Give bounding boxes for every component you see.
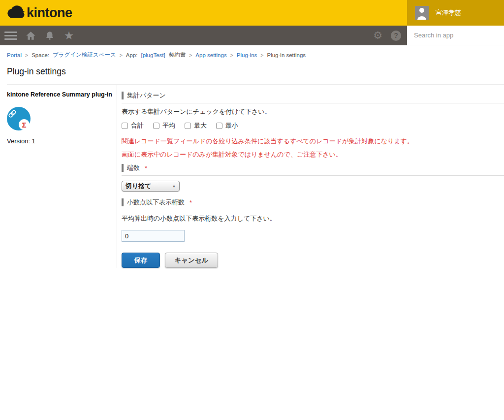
breadcrumb-separator: > bbox=[260, 52, 263, 58]
plugin-version: Version: 1 bbox=[7, 137, 117, 145]
user-name: 宮澤孝慈 bbox=[436, 8, 461, 17]
favorite-star-icon[interactable]: ★ bbox=[63, 30, 75, 41]
breadcrumb-plugins-link[interactable]: Plug-ins bbox=[237, 52, 257, 58]
cloud-logo-icon bbox=[7, 5, 25, 20]
pattern-checkbox-row: 合計 平均 最大 最小 bbox=[122, 121, 504, 130]
rounding-select-value: 切り捨て bbox=[126, 182, 152, 191]
breadcrumb-app-link[interactable]: [plugTest] bbox=[141, 52, 165, 58]
breadcrumb-separator: > bbox=[189, 52, 192, 58]
checkbox-total[interactable]: 合計 bbox=[122, 121, 144, 130]
nav-right-tools: ⚙ ? bbox=[373, 26, 401, 45]
checkbox-max-label: 最大 bbox=[194, 121, 207, 130]
decimal-digits-input[interactable] bbox=[122, 230, 185, 242]
plugin-info-sidebar: kintone Reference Summary plug-in Σ Vers… bbox=[7, 85, 117, 268]
breadcrumb-app-settings-link[interactable]: App settings bbox=[195, 52, 226, 58]
checkbox-min-box[interactable] bbox=[216, 123, 222, 129]
sigma-badge: Σ bbox=[19, 119, 30, 130]
kintone-logo[interactable]: kintone bbox=[7, 0, 72, 26]
breadcrumb-portal-link[interactable]: Portal bbox=[7, 52, 22, 58]
user-avatar-icon bbox=[415, 6, 429, 20]
breadcrumb-app-prefix: App: bbox=[126, 52, 138, 58]
section-bar bbox=[122, 92, 124, 99]
pattern-section-title: 集計パターン bbox=[127, 91, 166, 100]
plugin-circle: Σ bbox=[7, 107, 31, 130]
checkbox-min[interactable]: 最小 bbox=[216, 121, 238, 130]
checkbox-min-label: 最小 bbox=[225, 121, 238, 130]
plugin-settings-form: 集計パターン 表示する集計パターンにチェックを付けて下さい。 合計 平均 最大 … bbox=[117, 85, 504, 268]
breadcrumb-separator: > bbox=[25, 52, 28, 58]
checkbox-max[interactable]: 最大 bbox=[185, 121, 207, 130]
warning-text-2: 画面に表示中のレコードのみが集計対象ではりませんので、ご注意下さい。 bbox=[122, 150, 504, 159]
content-area: kintone Reference Summary plug-in Σ Vers… bbox=[7, 85, 504, 268]
section-bar bbox=[122, 198, 124, 206]
rounding-section-header: 端数 * bbox=[122, 163, 504, 172]
chevron-down-icon: ▼ bbox=[172, 185, 176, 188]
breadcrumb-separator: > bbox=[120, 52, 123, 58]
checkbox-max-box[interactable] bbox=[185, 123, 191, 129]
sigma-icon: Σ bbox=[22, 121, 26, 129]
plugin-icon: Σ bbox=[7, 107, 31, 130]
user-menu[interactable]: 宮澤孝慈 bbox=[407, 0, 504, 26]
breadcrumb-current: Plug-in settings bbox=[267, 52, 306, 58]
form-actions: 保存 キャンセル bbox=[122, 253, 504, 268]
pattern-section-header: 集計パターン bbox=[122, 91, 504, 100]
logo-text: kintone bbox=[27, 5, 72, 21]
app-search bbox=[407, 26, 504, 45]
chain-link-icon bbox=[6, 108, 19, 120]
decimal-section-header: 小数点以下表示桁数 * bbox=[122, 198, 504, 207]
rounding-section-title: 端数 bbox=[127, 163, 140, 172]
section-rule bbox=[122, 210, 504, 210]
section-rule bbox=[122, 175, 504, 176]
required-mark: * bbox=[145, 164, 147, 172]
decimal-description: 平均算出時の小数点以下表示桁数を入力して下さい。 bbox=[122, 214, 504, 223]
settings-gear-icon[interactable]: ⚙ bbox=[373, 30, 382, 41]
required-mark: * bbox=[189, 199, 192, 206]
help-icon[interactable]: ? bbox=[391, 31, 401, 41]
rounding-select[interactable]: 切り捨て ▼ bbox=[122, 181, 180, 192]
save-button[interactable]: 保存 bbox=[122, 253, 160, 268]
notification-bell-icon[interactable] bbox=[44, 30, 56, 41]
breadcrumb-space-link[interactable]: プラグイン検証スペース bbox=[53, 51, 116, 59]
checkbox-average-box[interactable] bbox=[153, 123, 159, 129]
app-header: kintone 宮澤孝慈 bbox=[0, 0, 504, 26]
pattern-description: 表示する集計パターンにチェックを付けて下さい。 bbox=[122, 107, 504, 116]
search-input[interactable] bbox=[414, 32, 498, 39]
section-rule bbox=[122, 103, 504, 103]
checkbox-average[interactable]: 平均 bbox=[153, 121, 175, 130]
page-title: Plug-in settings bbox=[7, 66, 504, 77]
breadcrumb-app-name: 契約書 bbox=[169, 51, 186, 59]
breadcrumb-space-prefix: Space: bbox=[32, 52, 49, 58]
checkbox-average-label: 平均 bbox=[162, 121, 175, 130]
plugin-name: kintone Reference Summary plug-in bbox=[7, 91, 117, 98]
home-icon[interactable] bbox=[25, 30, 36, 41]
hamburger-menu-icon[interactable] bbox=[4, 32, 17, 40]
global-nav: ★ ⚙ ? bbox=[0, 26, 407, 45]
checkbox-total-box[interactable] bbox=[122, 123, 128, 129]
checkbox-total-label: 合計 bbox=[131, 121, 144, 130]
breadcrumb: Portal > Space: プラグイン検証スペース > App: [plug… bbox=[7, 51, 504, 59]
section-bar bbox=[122, 164, 124, 172]
cancel-button[interactable]: キャンセル bbox=[165, 253, 218, 268]
warning-text-1: 関連レコード一覧フィールドの各絞り込み条件に該当するすべてのレコードが集計対象に… bbox=[122, 137, 504, 146]
decimal-section-title: 小数点以下表示桁数 bbox=[127, 198, 185, 207]
breadcrumb-separator: > bbox=[230, 52, 233, 58]
